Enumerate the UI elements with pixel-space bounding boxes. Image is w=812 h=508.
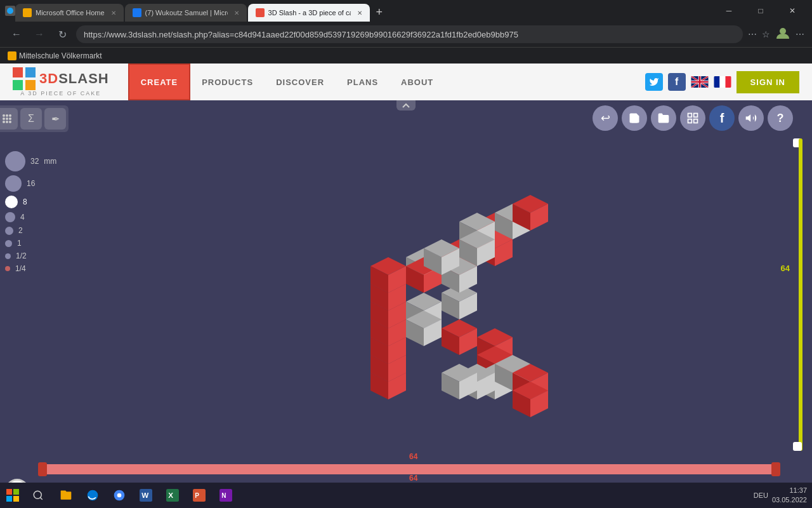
h-slider-1-label: 64 — [409, 452, 417, 461]
tool-group: Σ ✒ — [0, 105, 69, 132]
v-slider-track[interactable]: 64 — [799, 138, 802, 451]
svg-rect-8 — [719, 76, 725, 88]
favorites-item[interactable]: Mittelschule Völkermarkt — [8, 51, 102, 60]
sign-in-button[interactable]: SIGN IN — [737, 71, 799, 93]
minimize-button[interactable]: ─ — [714, 0, 743, 22]
svg-rect-25 — [694, 119, 698, 123]
size-label-32: 32 — [30, 157, 39, 166]
tab-microsoft[interactable]: (7) Wukoutz Samuel | Microsoft... ✕ — [125, 4, 247, 22]
twitter-icon[interactable] — [645, 73, 663, 91]
taskbar-apps: W X P N — [53, 484, 239, 507]
h-slider-1-thumb-right[interactable] — [771, 462, 780, 476]
h-slider-2-label: 64 — [409, 474, 417, 483]
menu-icon[interactable]: ⋯ — [796, 29, 804, 39]
pen-tool-button[interactable]: ✒ — [44, 108, 66, 130]
back-button[interactable]: ← — [8, 25, 25, 43]
fav-label: Mittelschule Völkermarkt — [19, 51, 102, 60]
nav-about[interactable]: ABOUT — [390, 64, 445, 100]
taskbar-powerpoint[interactable]: P — [187, 484, 212, 507]
nav-products[interactable]: PRODUCTS — [190, 64, 265, 100]
search-button[interactable] — [25, 484, 51, 507]
logo-area: 3DSLASH A 3D PIECE OF CAKE — [13, 67, 109, 97]
svg-rect-7 — [714, 76, 719, 88]
taskbar: W X P N DEU 11:37 03.05.2022 — [0, 483, 812, 508]
v-slider-thumb-bottom[interactable] — [793, 442, 802, 451]
star-icon[interactable]: ☆ — [762, 29, 770, 39]
taskbar-word[interactable]: W — [133, 484, 159, 507]
svg-text:W: W — [141, 491, 148, 499]
right-toolbar: ↩ f ? — [593, 105, 793, 131]
tab-label: 3D Slash - a 3D piece of cake — [268, 9, 351, 17]
facebook-share-button[interactable]: f — [709, 105, 735, 131]
browser-icon — [5, 6, 15, 16]
size-circle-half — [5, 253, 11, 259]
tab-close[interactable]: ✕ — [357, 10, 362, 17]
model-svg: .cube-red-top { fill: #cc3333; } .cube-r… — [337, 157, 566, 449]
facebook-nav-icon[interactable]: f — [668, 73, 686, 91]
size-4[interactable]: 4 — [5, 212, 56, 222]
refresh-button[interactable]: ↻ — [53, 25, 71, 43]
sound-button[interactable] — [738, 105, 764, 131]
size-32[interactable]: 32 mm — [5, 151, 56, 171]
v-slider-label: 64 — [781, 264, 790, 273]
flag-fr-icon[interactable] — [714, 76, 731, 88]
svg-rect-9 — [725, 76, 731, 88]
tab-office[interactable]: Microsoft Office Home ✕ — [15, 4, 124, 22]
size-circle-2 — [5, 227, 13, 235]
tab-bar: Microsoft Office Home ✕ (7) Wukoutz Samu… — [15, 0, 714, 22]
undo-button[interactable]: ↩ — [593, 105, 618, 131]
tab-favicon — [133, 8, 141, 17]
close-button[interactable]: ✕ — [778, 0, 807, 22]
size-1[interactable]: 1 — [5, 239, 56, 248]
size-16[interactable]: 16 — [5, 175, 56, 192]
help-button[interactable]: ? — [768, 105, 793, 131]
maximize-button[interactable]: □ — [746, 0, 775, 22]
url-input[interactable] — [76, 25, 743, 43]
size-label-half: 1/2 — [16, 251, 27, 260]
collapse-arrow[interactable] — [396, 100, 416, 110]
tab-close[interactable]: ✕ — [111, 10, 116, 17]
nav-discover[interactable]: DISCOVER — [265, 64, 336, 100]
size-list: 32 mm 16 8 4 2 — [5, 151, 56, 273]
svg-text:X: X — [168, 491, 173, 499]
taskbar-edge[interactable] — [80, 484, 105, 507]
start-button[interactable] — [0, 483, 25, 508]
forward-button[interactable]: → — [30, 25, 48, 43]
svg-rect-4 — [13, 80, 23, 90]
h-slider-1-track[interactable] — [38, 464, 780, 474]
taskbar-excel[interactable]: X — [160, 484, 185, 507]
tab-favicon — [256, 8, 265, 17]
size-label-16: 16 — [27, 179, 35, 188]
size-circle-32 — [5, 151, 25, 171]
tab-favicon — [23, 8, 32, 17]
sigma-tool-button[interactable]: Σ — [20, 108, 42, 130]
taskbar-chrome[interactable] — [107, 484, 132, 507]
tab-3dslash[interactable]: 3D Slash - a 3D piece of cake ✕ — [248, 4, 370, 22]
size-unit: mm — [44, 157, 56, 166]
left-toolbar: Σ ✒ — [0, 100, 38, 137]
nav-create[interactable]: CREATE — [128, 64, 190, 100]
top-navigation: 3DSLASH A 3D PIECE OF CAKE CREATE PRODUC… — [0, 64, 812, 100]
svg-point-14 — [6, 114, 8, 117]
taskbar-onenote[interactable]: N — [213, 484, 239, 507]
tab-close[interactable]: ✕ — [234, 10, 239, 17]
svg-point-0 — [7, 8, 13, 14]
browser-chrome: Microsoft Office Home ✕ (7) Wukoutz Samu… — [0, 0, 812, 64]
taskbar-file-explorer[interactable] — [53, 484, 79, 507]
vertical-slider[interactable]: 64 — [796, 138, 806, 451]
logo-tagline: A 3D PIECE OF CAKE — [20, 90, 101, 97]
size-circle-16 — [5, 175, 22, 192]
folder-button[interactable] — [651, 105, 676, 131]
size-half[interactable]: 1/2 — [5, 251, 56, 260]
grid-button[interactable] — [680, 105, 705, 131]
size-quarter[interactable]: 1/4 — [5, 264, 56, 273]
size-8[interactable]: 8 — [5, 196, 56, 208]
nav-plans[interactable]: PLANS — [336, 64, 390, 100]
nav-links: CREATE PRODUCTS DISCOVER PLANS ABOUT — [128, 64, 445, 100]
h-slider-1-thumb-left[interactable] — [38, 462, 47, 476]
size-2[interactable]: 2 — [5, 226, 56, 235]
dots-tool-button[interactable] — [0, 108, 18, 130]
new-tab-button[interactable]: + — [371, 3, 388, 22]
save-button[interactable] — [622, 105, 647, 131]
flag-uk-icon[interactable] — [691, 76, 709, 88]
